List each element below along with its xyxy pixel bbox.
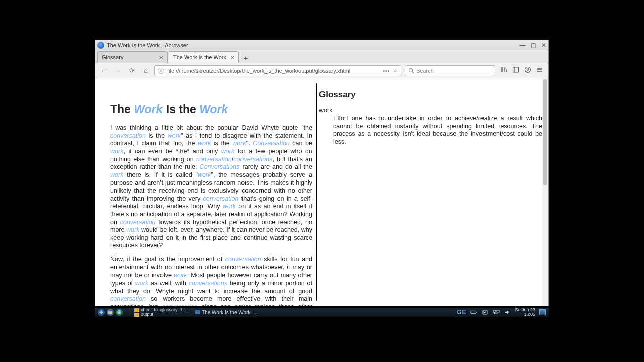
account-icon[interactable]: [524, 66, 531, 75]
term-link[interactable]: work: [232, 140, 246, 147]
article-paragraph: I was thinking a little bit about the po…: [110, 124, 312, 250]
battery-icon[interactable]: [470, 309, 477, 315]
term-link[interactable]: work: [174, 272, 187, 279]
taskbar-app-item[interactable]: The Work Is the Work -...: [195, 310, 258, 315]
glossary-pane: Glossary work Effort one has to undertak…: [317, 78, 548, 306]
tab-label: Glossary: [102, 54, 123, 60]
tab-glossary[interactable]: Glossary ×: [97, 51, 168, 63]
bookmark-icon[interactable]: [393, 67, 398, 74]
site-info-icon[interactable]: i: [158, 68, 164, 74]
svg-rect-15: [493, 310, 496, 312]
folder-icon: [134, 313, 139, 317]
clock[interactable]: So Jun 23 16:05: [515, 308, 535, 317]
glossary-definition: Effort one has to undertake in order to …: [319, 115, 542, 146]
term-link[interactable]: work: [126, 226, 139, 233]
term-link[interactable]: conversation: [196, 156, 232, 163]
url-bar[interactable]: i file:///home/skreutzer/Desktop/the_wor…: [154, 65, 401, 76]
tab-bar: Glossary × The Work Is the Work × +: [95, 50, 548, 63]
svg-rect-2: [513, 67, 519, 72]
window-minimize-button[interactable]: —: [520, 42, 526, 49]
svg-rect-13: [476, 312, 477, 313]
home-button[interactable]: ⌂: [140, 65, 151, 76]
window-maximize-button[interactable]: ▢: [531, 42, 536, 49]
term-link[interactable]: Conversations: [200, 163, 240, 170]
term-link[interactable]: Conversation: [253, 140, 290, 147]
show-desktop-button[interactable]: [539, 309, 546, 315]
back-button[interactable]: ←: [98, 65, 109, 76]
forward-button[interactable]: →: [112, 65, 123, 76]
tab-close-icon[interactable]: ×: [155, 54, 163, 61]
url-text: file:///home/skreutzer/Desktop/the_work_…: [167, 68, 350, 74]
term-link[interactable]: conversation: [225, 256, 261, 263]
article-title: The Work Is the Work: [110, 103, 312, 116]
svg-point-0: [409, 68, 413, 72]
term-link[interactable]: work: [135, 280, 148, 287]
window-titlebar: The Work Is the Work - Abrowser — ▢ ✕: [95, 40, 548, 50]
svg-rect-10: [108, 311, 110, 312]
app-icon: [97, 42, 104, 49]
svg-rect-16: [497, 310, 499, 312]
term-link[interactable]: work: [221, 148, 234, 155]
menu-icon[interactable]: [536, 66, 543, 75]
article-paragraph: Now, if the goal is the improvement of c…: [110, 256, 312, 306]
page-content: The Work Is the Work I was thinking a li…: [95, 78, 548, 306]
term-link[interactable]: work: [168, 132, 181, 139]
page-actions-icon[interactable]: [383, 68, 390, 74]
reload-button[interactable]: ⟳: [126, 65, 137, 76]
term-link[interactable]: conversation: [110, 132, 146, 139]
svg-rect-12: [471, 311, 476, 313]
search-placeholder: Search: [416, 68, 434, 74]
library-icon[interactable]: [500, 66, 507, 75]
taskbar-file-group[interactable]: xhtml_to_glossary_1_... output: [134, 308, 189, 317]
term-link[interactable]: work: [223, 203, 236, 210]
folder-icon: [134, 308, 139, 312]
new-tab-button[interactable]: +: [240, 53, 251, 63]
updates-icon[interactable]: [481, 309, 489, 315]
vertical-scrollbar[interactable]: [542, 78, 548, 306]
svg-point-5: [527, 68, 529, 70]
term-link[interactable]: conversation: [203, 195, 239, 202]
search-bar[interactable]: Search: [405, 65, 495, 76]
desktop-taskbar: xhtml_to_glossary_1_... output The Work …: [95, 308, 549, 317]
tab-close-icon[interactable]: ×: [226, 54, 234, 61]
nav-toolbar: ← → ⟳ ⌂ i file:///home/skreutzer/Desktop…: [95, 63, 548, 78]
glossary-term: work: [319, 107, 542, 114]
start-menu-icon[interactable]: [98, 309, 105, 316]
scrollbar-thumb[interactable]: [543, 79, 547, 185]
keyboard-layout-indicator[interactable]: GE: [457, 309, 466, 316]
sidebar-icon[interactable]: [512, 66, 519, 75]
search-icon: [408, 68, 414, 74]
term-link[interactable]: work: [198, 171, 211, 178]
term-link[interactable]: conversations: [233, 156, 272, 163]
term-link[interactable]: conversation: [162, 303, 198, 306]
browser-window: The Work Is the Work - Abrowser — ▢ ✕ Gl…: [95, 40, 549, 306]
app-task-icon: [195, 310, 200, 314]
article-pane: The Work Is the Work I was thinking a li…: [95, 78, 316, 306]
glossary-heading: Glossary: [319, 89, 542, 100]
window-close-button[interactable]: ✕: [541, 42, 546, 49]
term-link[interactable]: work: [110, 148, 123, 155]
window-title: The Work Is the Work - Abrowser: [107, 42, 188, 48]
term-link[interactable]: work: [110, 171, 123, 178]
tab-the-work[interactable]: The Work Is the Work ×: [169, 51, 239, 63]
file-manager-icon[interactable]: [107, 309, 114, 316]
volume-icon[interactable]: [504, 309, 511, 315]
term-link[interactable]: conversations: [189, 280, 227, 287]
network-icon[interactable]: [493, 309, 500, 315]
svg-line-1: [412, 72, 414, 73]
tab-label: The Work Is the Work: [173, 54, 226, 60]
term-link[interactable]: conversation: [110, 295, 146, 302]
term-link[interactable]: work: [198, 140, 211, 147]
browser-launcher-icon[interactable]: [116, 309, 123, 316]
term-link[interactable]: conversation: [120, 219, 156, 226]
